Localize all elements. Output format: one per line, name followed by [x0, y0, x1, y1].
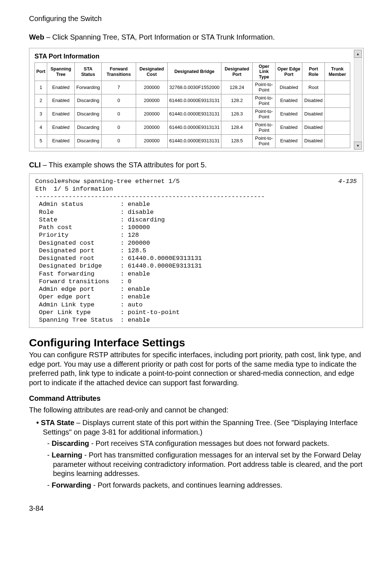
table-cell: Enabled — [275, 107, 302, 121]
table-cell: 200000 — [136, 107, 167, 121]
sta-state-text: – Displays current state of this port wi… — [43, 419, 358, 436]
table-cell: Disabled — [302, 107, 324, 121]
table-cell: 4 — [35, 121, 47, 134]
table-cell: Forwarding — [75, 81, 102, 94]
col-oper-link-type: Oper Link Type — [253, 63, 275, 81]
cli-output-block: 4-135Console#show spanning-tree ethernet… — [29, 174, 363, 328]
sta-state-label: STA State — [41, 419, 74, 427]
section-body: You can configure RSTP attributes for sp… — [29, 350, 363, 387]
col-trunk-member: Trunk Member — [324, 63, 350, 81]
table-cell: 128.24 — [221, 81, 253, 94]
table-cell: Point-to-Point — [253, 121, 275, 134]
col-port-role: Port Role — [302, 63, 324, 81]
web-text: – Click Spanning Tree, STA, Port Informa… — [44, 33, 275, 41]
col-forward-transitions: Forward Transitions — [102, 63, 136, 81]
list-item: STA State – Displays current state of th… — [43, 418, 363, 490]
col-spanning-tree: Spanning Tree — [47, 63, 75, 81]
col-designated-cost: Designated Cost — [136, 63, 167, 81]
table-cell: Discarding — [75, 121, 102, 134]
table-cell: Point-to-Point — [253, 134, 275, 148]
table-cell: 61440.0.0000E9313131 — [168, 107, 221, 121]
cli-instruction: CLI – This example shows the STA attribu… — [29, 161, 363, 169]
table-cell: 5 — [35, 134, 47, 148]
table-cell — [324, 94, 350, 108]
table-cell: Disabled — [302, 121, 324, 134]
table-cell: Point-to-Point — [253, 107, 275, 121]
table-cell: 61440.0.0000E9313131 — [168, 94, 221, 108]
table-row: 4EnabledDiscarding020000061440.0.0000E93… — [35, 121, 350, 134]
table-cell: Enabled — [47, 81, 75, 94]
table-header-row: Port Spanning Tree STA Status Forward Tr… — [35, 63, 350, 81]
cli-page-ref: 4-135 — [338, 178, 357, 185]
table-cell: Enabled — [47, 134, 75, 148]
cli-prefix: CLI — [29, 161, 41, 169]
cli-body-text: Console#show spanning-tree ethernet 1/5 … — [35, 178, 265, 324]
table-cell: 200000 — [136, 121, 167, 134]
table-cell: Root — [302, 81, 324, 94]
sublist-text: - Port receives STA configuration messag… — [89, 439, 329, 447]
web-instruction: Web – Click Spanning Tree, STA, Port Inf… — [29, 33, 363, 41]
table-cell — [324, 81, 350, 94]
table-cell: 61440.0.0000E9313131 — [168, 121, 221, 134]
table-cell: 7 — [102, 81, 136, 94]
table-cell: Enabled — [275, 121, 302, 134]
table-cell: 1 — [35, 81, 47, 94]
table-cell: 200000 — [136, 134, 167, 148]
col-oper-edge-port: Oper Edge Port — [275, 63, 302, 81]
scroll-down-icon[interactable]: ▾ — [354, 142, 362, 150]
table-cell: 32768.0.0030F1552000 — [168, 81, 221, 94]
table-cell: 0 — [102, 134, 136, 148]
sta-state-sublist: Discarding - Port receives STA configura… — [43, 439, 363, 490]
table-cell: Discarding — [75, 94, 102, 108]
table-cell: 200000 — [136, 94, 167, 108]
table-row: 2EnabledDiscarding020000061440.0.0000E93… — [35, 94, 350, 108]
sublist-label: Learning — [52, 451, 82, 459]
table-cell: Disabled — [302, 134, 324, 148]
table-cell: Enabled — [47, 107, 75, 121]
sublist-text: - Port forwards packets, and continues l… — [91, 481, 282, 489]
list-item: Learning - Port has transmitted configur… — [53, 451, 363, 479]
table-cell: 2 — [35, 94, 47, 108]
table-cell: Discarding — [75, 134, 102, 148]
table-cell: Disabled — [275, 81, 302, 94]
table-cell — [324, 107, 350, 121]
table-cell: 128.2 — [221, 94, 253, 108]
table-row: 3EnabledDiscarding020000061440.0.0000E93… — [35, 107, 350, 121]
web-prefix: Web — [29, 33, 44, 41]
sta-port-info-panel: ▴ ▾ STA Port Information Port Spanning T… — [29, 48, 364, 151]
table-cell — [324, 121, 350, 134]
table-cell: Point-to-Point — [253, 94, 275, 108]
list-item: Discarding - Port receives STA configura… — [53, 439, 363, 448]
table-cell: 0 — [102, 121, 136, 134]
panel-title: STA Port Information — [34, 53, 350, 60]
table-cell: Enabled — [275, 134, 302, 148]
table-cell: 61440.0.0000E9313131 — [168, 134, 221, 148]
table-cell — [324, 134, 350, 148]
readonly-intro: The following attributes are read-only a… — [29, 406, 363, 415]
sublist-label: Discarding — [52, 439, 89, 447]
table-row: 5EnabledDiscarding020000061440.0.0000E93… — [35, 134, 350, 148]
table-cell: 128.5 — [221, 134, 253, 148]
table-cell: 128.4 — [221, 121, 253, 134]
col-port: Port — [35, 63, 47, 81]
scrollbar-track[interactable] — [354, 58, 362, 142]
col-sta-status: STA Status — [75, 63, 102, 81]
attributes-list: STA State – Displays current state of th… — [29, 418, 363, 490]
table-cell: 3 — [35, 107, 47, 121]
table-cell: Disabled — [302, 94, 324, 108]
table-cell: 200000 — [136, 81, 167, 94]
col-designated-port: Designated Port — [221, 63, 253, 81]
table-cell: 0 — [102, 94, 136, 108]
table-cell: 128.3 — [221, 107, 253, 121]
scroll-up-icon[interactable]: ▴ — [354, 50, 362, 58]
section-heading: Configuring Interface Settings — [29, 337, 363, 349]
table-row: 1EnabledForwarding720000032768.0.0030F15… — [35, 81, 350, 94]
table-cell: Discarding — [75, 107, 102, 121]
table-cell: Enabled — [275, 94, 302, 108]
table-cell: Enabled — [47, 121, 75, 134]
sublist-text: - Port has transmitted configuration mes… — [53, 451, 363, 477]
page-number: 3-84 — [29, 504, 363, 513]
table-cell: Enabled — [47, 94, 75, 108]
command-attributes-label: Command Attributes — [29, 394, 363, 403]
list-item: Forwarding - Port forwards packets, and … — [53, 481, 363, 490]
